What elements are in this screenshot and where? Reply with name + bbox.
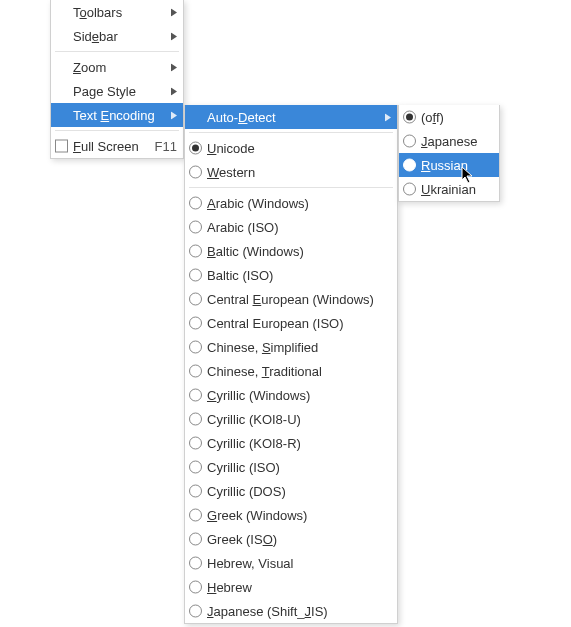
menuitem-label: Greek (ISO): [207, 532, 391, 547]
menuitem-arabic-iso[interactable]: Arabic (ISO): [185, 215, 397, 239]
menuitem-label: Japanese (Shift_JIS): [207, 604, 391, 619]
menuitem-baltic-iso[interactable]: Baltic (ISO): [185, 263, 397, 287]
menuitem-chinese-simplified[interactable]: Chinese, Simplified: [185, 335, 397, 359]
menuitem-autodetect-off[interactable]: (off): [399, 105, 499, 129]
menuitem-arabic-windows[interactable]: Arabic (Windows): [185, 191, 397, 215]
radio-icon: [403, 183, 416, 196]
menuitem-cyrillic-windows[interactable]: Cyrillic (Windows): [185, 383, 397, 407]
menuitem-full-screen[interactable]: Full Screen F11: [51, 134, 183, 158]
radio-icon: [403, 135, 416, 148]
menuitem-cyrillic-dos[interactable]: Cyrillic (DOS): [185, 479, 397, 503]
radio-icon: [403, 159, 416, 172]
radio-icon: [189, 509, 202, 522]
menuitem-unicode[interactable]: Unicode: [185, 136, 397, 160]
menuitem-toolbars[interactable]: Toolbars: [51, 0, 183, 24]
menuitem-cyrillic-koi8r[interactable]: Cyrillic (KOI8-R): [185, 431, 397, 455]
radio-icon: [189, 341, 202, 354]
menuitem-label: Hebrew: [207, 580, 391, 595]
menuitem-label: Unicode: [207, 141, 391, 156]
menuitem-autodetect-ukrainian[interactable]: Ukrainian: [399, 177, 499, 201]
menuitem-label: Zoom: [73, 60, 177, 75]
menuitem-sidebar[interactable]: Sidebar: [51, 24, 183, 48]
radio-icon: [189, 581, 202, 594]
submenu-arrow-icon: [171, 29, 177, 44]
text-encoding-menu: Auto-Detect Unicode Western Arabic (Wind…: [184, 105, 398, 624]
radio-icon: [189, 605, 202, 618]
menuitem-label: Chinese, Traditional: [207, 364, 391, 379]
auto-detect-menu: (off) Japanese Russian Ukrainian: [398, 105, 500, 202]
menuitem-label: Toolbars: [73, 5, 177, 20]
menuitem-label: (off): [421, 110, 493, 125]
menuitem-label: Greek (Windows): [207, 508, 391, 523]
menuitem-label: Central European (Windows): [207, 292, 391, 307]
radio-icon: [189, 533, 202, 546]
menuitem-central-european-iso[interactable]: Central European (ISO): [185, 311, 397, 335]
menuitem-greek-windows[interactable]: Greek (Windows): [185, 503, 397, 527]
menuitem-label: Auto-Detect: [207, 110, 391, 125]
radio-icon: [189, 557, 202, 570]
radio-icon: [189, 166, 202, 179]
menuitem-autodetect-russian[interactable]: Russian: [399, 153, 499, 177]
menuitem-label: Sidebar: [73, 29, 177, 44]
menu-separator: [189, 132, 393, 133]
submenu-arrow-icon: [171, 84, 177, 99]
menuitem-japanese-shiftjis[interactable]: Japanese (Shift_JIS): [185, 599, 397, 623]
radio-icon: [189, 293, 202, 306]
menuitem-label: Text Encoding: [73, 108, 177, 123]
menuitem-label: Chinese, Simplified: [207, 340, 391, 355]
radio-icon: [189, 269, 202, 282]
menuitem-central-european-windows[interactable]: Central European (Windows): [185, 287, 397, 311]
menuitem-label: Ukrainian: [421, 182, 493, 197]
menuitem-label: Hebrew, Visual: [207, 556, 391, 571]
radio-icon: [189, 389, 202, 402]
menuitem-auto-detect[interactable]: Auto-Detect: [185, 105, 397, 129]
menu-separator: [55, 130, 179, 131]
menuitem-label: Arabic (ISO): [207, 220, 391, 235]
menuitem-label: Central European (ISO): [207, 316, 391, 331]
menuitem-label: Western: [207, 165, 391, 180]
radio-icon: [189, 142, 202, 155]
radio-icon: [189, 437, 202, 450]
radio-icon: [189, 221, 202, 234]
menuitem-cyrillic-iso[interactable]: Cyrillic (ISO): [185, 455, 397, 479]
radio-icon: [189, 365, 202, 378]
menuitem-label: Baltic (ISO): [207, 268, 391, 283]
menu-separator: [55, 51, 179, 52]
menuitem-label: Cyrillic (Windows): [207, 388, 391, 403]
submenu-arrow-icon: [385, 110, 391, 125]
radio-icon: [189, 413, 202, 426]
menuitem-text-encoding[interactable]: Text Encoding: [51, 103, 183, 127]
menuitem-label: Arabic (Windows): [207, 196, 391, 211]
radio-icon: [189, 317, 202, 330]
menuitem-label: Baltic (Windows): [207, 244, 391, 259]
menuitem-page-style[interactable]: Page Style: [51, 79, 183, 103]
menu-separator: [189, 187, 393, 188]
menuitem-chinese-traditional[interactable]: Chinese, Traditional: [185, 359, 397, 383]
radio-icon: [189, 485, 202, 498]
menuitem-label: Cyrillic (ISO): [207, 460, 391, 475]
checkbox-icon: [55, 140, 68, 153]
menuitem-zoom[interactable]: Zoom: [51, 55, 183, 79]
menuitem-label: Japanese: [421, 134, 493, 149]
radio-icon: [189, 245, 202, 258]
submenu-arrow-icon: [171, 108, 177, 123]
menuitem-hebrew[interactable]: Hebrew: [185, 575, 397, 599]
radio-icon: [403, 111, 416, 124]
submenu-arrow-icon: [171, 60, 177, 75]
menuitem-western[interactable]: Western: [185, 160, 397, 184]
menuitem-greek-iso[interactable]: Greek (ISO): [185, 527, 397, 551]
radio-icon: [189, 197, 202, 210]
menuitem-hebrew-visual[interactable]: Hebrew, Visual: [185, 551, 397, 575]
menuitem-baltic-windows[interactable]: Baltic (Windows): [185, 239, 397, 263]
menuitem-autodetect-japanese[interactable]: Japanese: [399, 129, 499, 153]
menuitem-label: Cyrillic (KOI8-R): [207, 436, 391, 451]
menuitem-label: Full Screen: [73, 139, 145, 154]
menuitem-accelerator: F11: [145, 139, 177, 154]
submenu-arrow-icon: [171, 5, 177, 20]
radio-icon: [189, 461, 202, 474]
menuitem-label: Page Style: [73, 84, 177, 99]
menuitem-label: Russian: [421, 158, 493, 173]
menuitem-label: Cyrillic (KOI8-U): [207, 412, 391, 427]
menuitem-cyrillic-koi8u[interactable]: Cyrillic (KOI8-U): [185, 407, 397, 431]
view-menu: Toolbars Sidebar Zoom Page Style Text En…: [50, 0, 184, 159]
